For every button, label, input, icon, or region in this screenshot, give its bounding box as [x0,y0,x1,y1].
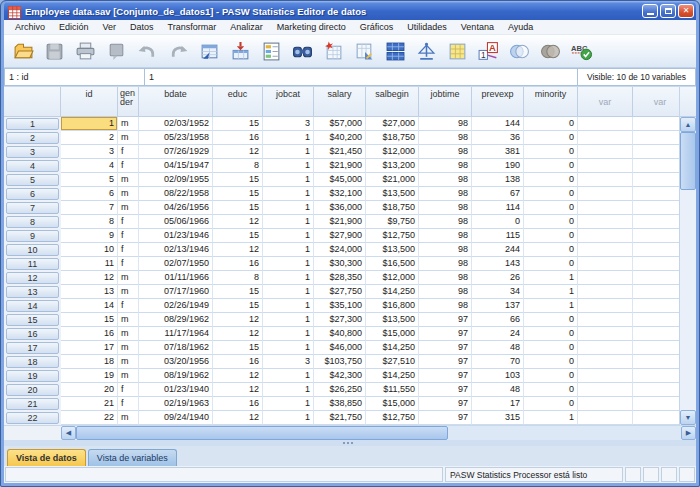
horizontal-scrollbar[interactable]: ◀ ▶ [4,425,696,440]
cell-r21-gender[interactable]: f [118,397,139,411]
cell-r11-bdate[interactable]: 02/07/1950 [139,257,213,271]
cell-r20-var[interactable] [578,383,633,397]
cell-r1-jobtime[interactable]: 98 [419,117,472,131]
goto-variable-icon[interactable] [225,37,256,65]
cell-r7-gender[interactable]: m [118,201,139,215]
cell-r18-jobtime[interactable]: 97 [419,355,472,369]
menu-utilidades[interactable]: Utilidades [400,22,454,32]
grid-corner-cell[interactable] [4,87,61,117]
cell-r4-jobtime[interactable]: 98 [419,159,472,173]
select-cases-icon[interactable] [442,37,473,65]
cell-r7-jobtime[interactable]: 98 [419,201,472,215]
cell-r20-var[interactable] [633,383,679,397]
cell-r4-jobcat[interactable]: 1 [263,159,314,173]
cell-r18-var[interactable] [633,355,679,369]
cell-r21-salary[interactable]: $38,850 [314,397,366,411]
cell-r2-salbegin[interactable]: $18,750 [366,131,419,145]
cell-r6-salary[interactable]: $32,100 [314,187,366,201]
cell-r17-educ[interactable]: 15 [213,341,263,355]
cell-r1-salary[interactable]: $57,000 [314,117,366,131]
cell-r19-var[interactable] [578,369,633,383]
split-file-icon[interactable] [380,37,411,65]
insert-variables-icon[interactable] [349,37,380,65]
cell-r7-id[interactable]: 7 [61,201,118,215]
row-header-19[interactable]: 19 [4,369,61,383]
show-all-variables-icon[interactable] [535,37,566,65]
cell-r22-var[interactable] [578,411,633,425]
cell-r6-prevexp[interactable]: 67 [472,187,524,201]
goto-case-icon[interactable] [194,37,225,65]
cell-r2-educ[interactable]: 16 [213,131,263,145]
cell-r9-salbegin[interactable]: $12,750 [366,229,419,243]
cell-r6-salbegin[interactable]: $13,500 [366,187,419,201]
cell-r20-minority[interactable]: 0 [524,383,578,397]
insert-cases-icon[interactable] [318,37,349,65]
cell-r10-gender[interactable]: f [118,243,139,257]
cell-r4-id[interactable]: 4 [61,159,118,173]
cell-r2-salary[interactable]: $40,200 [314,131,366,145]
cell-r13-educ[interactable]: 15 [213,285,263,299]
row-header-1[interactable]: 1 [4,117,61,131]
cell-r12-educ[interactable]: 8 [213,271,263,285]
menu-datos[interactable]: Datos [123,22,161,32]
cell-r22-salary[interactable]: $21,750 [314,411,366,425]
row-header-21[interactable]: 21 [4,397,61,411]
cell-r20-gender[interactable]: f [118,383,139,397]
cell-r13-var[interactable] [578,285,633,299]
cell-r4-var[interactable] [578,159,633,173]
cell-r22-jobtime[interactable]: 97 [419,411,472,425]
cell-r21-salbegin[interactable]: $15,000 [366,397,419,411]
cell-r3-salary[interactable]: $21,450 [314,145,366,159]
cell-r13-gender[interactable]: m [118,285,139,299]
cell-r18-prevexp[interactable]: 70 [472,355,524,369]
cell-r11-salary[interactable]: $30,300 [314,257,366,271]
cell-r7-prevexp[interactable]: 114 [472,201,524,215]
cell-r4-prevexp[interactable]: 190 [472,159,524,173]
row-header-18[interactable]: 18 [4,355,61,369]
cell-r19-var[interactable] [633,369,679,383]
find-icon[interactable] [287,37,318,65]
cell-r22-educ[interactable]: 12 [213,411,263,425]
cell-r18-id[interactable]: 18 [61,355,118,369]
column-header-salbegin[interactable]: salbegin [366,87,419,117]
cell-r17-var[interactable] [633,341,679,355]
cell-r18-jobcat[interactable]: 3 [263,355,314,369]
cell-r6-minority[interactable]: 0 [524,187,578,201]
cell-r6-var[interactable] [578,187,633,201]
cell-r14-bdate[interactable]: 02/26/1949 [139,299,213,313]
cell-r1-minority[interactable]: 0 [524,117,578,131]
cell-r6-bdate[interactable]: 08/22/1958 [139,187,213,201]
value-labels-icon[interactable]: 1A [473,37,504,65]
cell-r14-gender[interactable]: f [118,299,139,313]
cell-r4-minority[interactable]: 0 [524,159,578,173]
cell-r15-jobtime[interactable]: 97 [419,313,472,327]
cell-r5-educ[interactable]: 15 [213,173,263,187]
cell-r2-var[interactable] [633,131,679,145]
cell-r5-jobcat[interactable]: 1 [263,173,314,187]
cell-r14-educ[interactable]: 15 [213,299,263,313]
column-header-bdate[interactable]: bdate [139,87,213,117]
menu-ayuda[interactable]: Ayuda [501,22,540,32]
cell-r12-salbegin[interactable]: $12,000 [366,271,419,285]
column-header-educ[interactable]: educ [213,87,263,117]
cell-r18-salary[interactable]: $103,750 [314,355,366,369]
cell-r16-jobcat[interactable]: 1 [263,327,314,341]
cell-r20-salbegin[interactable]: $11,550 [366,383,419,397]
cell-r15-educ[interactable]: 12 [213,313,263,327]
cell-r5-id[interactable]: 5 [61,173,118,187]
weight-cases-icon[interactable] [411,37,442,65]
cell-r16-salary[interactable]: $40,800 [314,327,366,341]
cell-r12-bdate[interactable]: 01/11/1966 [139,271,213,285]
cell-r3-prevexp[interactable]: 381 [472,145,524,159]
cell-r11-jobtime[interactable]: 98 [419,257,472,271]
cell-r12-jobcat[interactable]: 1 [263,271,314,285]
row-header-9[interactable]: 9 [4,229,61,243]
cell-r1-var[interactable] [578,117,633,131]
cell-r1-salbegin[interactable]: $27,000 [366,117,419,131]
cell-r18-gender[interactable]: m [118,355,139,369]
cell-r2-id[interactable]: 2 [61,131,118,145]
cell-r7-bdate[interactable]: 04/26/1956 [139,201,213,215]
cell-r9-prevexp[interactable]: 115 [472,229,524,243]
cell-r12-id[interactable]: 12 [61,271,118,285]
cell-editor-input[interactable]: 1 [145,68,578,86]
